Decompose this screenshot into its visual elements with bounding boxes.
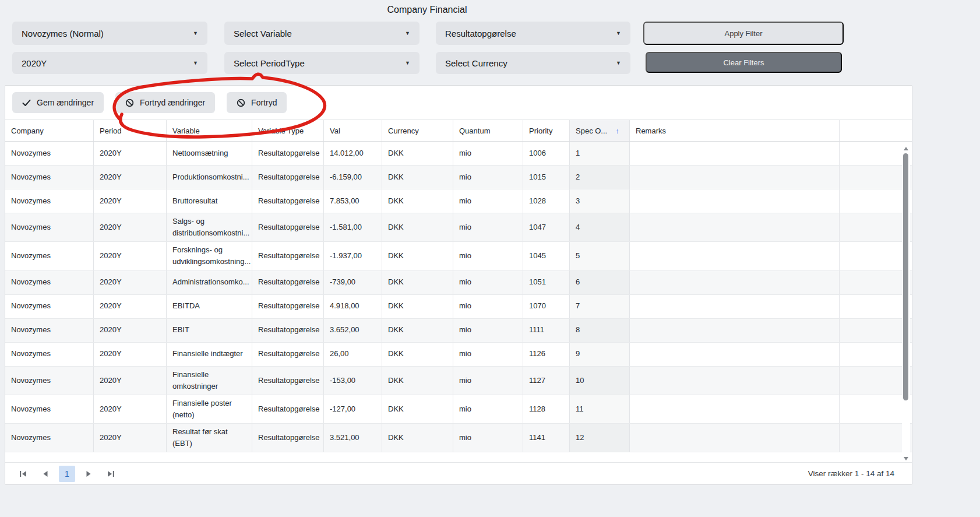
cell-variable-type[interactable]: Resultatopgørelse bbox=[252, 271, 324, 294]
cell-remarks[interactable] bbox=[630, 242, 840, 270]
cell-remarks[interactable] bbox=[630, 367, 840, 395]
cell-val[interactable]: 14.012,00 bbox=[324, 142, 382, 165]
cell-spec[interactable]: 1 bbox=[570, 142, 630, 165]
cell-priority[interactable]: 1128 bbox=[523, 395, 570, 423]
first-page-button[interactable] bbox=[15, 466, 32, 481]
cell-currency[interactable]: DKK bbox=[382, 271, 453, 294]
cell-currency[interactable]: DKK bbox=[382, 395, 453, 423]
cell-variable[interactable]: Administrationsomko... bbox=[167, 271, 252, 294]
cell-remarks[interactable] bbox=[630, 319, 840, 342]
clear-filters-button[interactable]: Clear Filters bbox=[646, 52, 842, 73]
save-changes-button[interactable]: Gem ændringer bbox=[12, 92, 104, 113]
cell-spec[interactable]: 9 bbox=[570, 343, 630, 366]
cell-variable-type[interactable]: Resultatopgørelse bbox=[252, 343, 324, 366]
cell-priority[interactable]: 1045 bbox=[523, 242, 570, 270]
cell-spec[interactable]: 10 bbox=[570, 367, 630, 395]
scroll-down-icon[interactable] bbox=[903, 454, 910, 461]
cell-quantum[interactable]: mio bbox=[453, 295, 523, 318]
cell-remarks[interactable] bbox=[630, 271, 840, 294]
cell-period[interactable]: 2020Y bbox=[94, 271, 167, 294]
cell-variable-type[interactable]: Resultatopgørelse bbox=[252, 367, 324, 395]
undo-button[interactable]: Fortryd bbox=[227, 92, 287, 113]
table-row[interactable]: Novozymes2020YResultat før skat (EBT)Res… bbox=[5, 424, 912, 452]
cell-val[interactable]: 26,00 bbox=[324, 343, 382, 366]
column-header-variable[interactable]: Variable bbox=[167, 120, 252, 141]
undo-changes-button[interactable]: Fortryd ændringer bbox=[115, 92, 215, 113]
apply-filter-button[interactable]: Apply Filter bbox=[643, 22, 844, 45]
cell-currency[interactable]: DKK bbox=[382, 142, 453, 165]
page-number-button[interactable]: 1 bbox=[59, 466, 75, 482]
previous-page-button[interactable] bbox=[37, 466, 54, 481]
cell-val[interactable]: -1.937,00 bbox=[324, 242, 382, 270]
period-dropdown[interactable]: 2020Y ▼ bbox=[12, 52, 207, 74]
cell-currency[interactable]: DKK bbox=[382, 424, 453, 452]
cell-variable[interactable]: Finansielle indtægter bbox=[167, 343, 252, 366]
cell-priority[interactable]: 1111 bbox=[523, 319, 570, 342]
table-row[interactable]: Novozymes2020YBruttoresultatResultatopgø… bbox=[5, 189, 912, 213]
cell-period[interactable]: 2020Y bbox=[94, 424, 167, 452]
cell-variable[interactable]: Forsknings- og udviklingsomkostning... bbox=[167, 242, 252, 270]
column-header-company[interactable]: Company bbox=[5, 120, 94, 141]
column-header-remarks[interactable]: Remarks bbox=[630, 120, 840, 141]
company-dropdown[interactable]: Novozymes (Normal) ▼ bbox=[12, 22, 207, 45]
sort-ascending-icon[interactable]: ↑ bbox=[615, 126, 619, 135]
cell-period[interactable]: 2020Y bbox=[94, 395, 167, 423]
table-row[interactable]: Novozymes2020YEBITDAResultatopgørelse4.9… bbox=[5, 295, 912, 319]
cell-period[interactable]: 2020Y bbox=[94, 295, 167, 318]
cell-quantum[interactable]: mio bbox=[453, 242, 523, 270]
column-header-val[interactable]: Val bbox=[324, 120, 382, 141]
cell-period[interactable]: 2020Y bbox=[94, 166, 167, 189]
cell-val[interactable]: -739,00 bbox=[324, 271, 382, 294]
cell-variable-type[interactable]: Resultatopgørelse bbox=[252, 395, 324, 423]
cell-variable[interactable]: Produktionsomkostni... bbox=[167, 166, 252, 189]
cell-company[interactable]: Novozymes bbox=[5, 295, 94, 318]
cell-val[interactable]: -153,00 bbox=[324, 367, 382, 395]
cell-company[interactable]: Novozymes bbox=[5, 242, 94, 270]
cell-variable[interactable]: Finansielle omkostninger bbox=[167, 367, 252, 395]
cell-period[interactable]: 2020Y bbox=[94, 142, 167, 165]
column-header-variable-type[interactable]: Variable Type bbox=[252, 120, 324, 141]
cell-company[interactable]: Novozymes bbox=[5, 213, 94, 241]
cell-quantum[interactable]: mio bbox=[453, 343, 523, 366]
cell-spec[interactable]: 2 bbox=[570, 166, 630, 189]
cell-priority[interactable]: 1070 bbox=[523, 295, 570, 318]
cell-company[interactable]: Novozymes bbox=[5, 166, 94, 189]
cell-remarks[interactable] bbox=[630, 166, 840, 189]
cell-period[interactable]: 2020Y bbox=[94, 189, 167, 213]
cell-priority[interactable]: 1141 bbox=[523, 424, 570, 452]
cell-remarks[interactable] bbox=[630, 395, 840, 423]
cell-priority[interactable]: 1127 bbox=[523, 367, 570, 395]
cell-currency[interactable]: DKK bbox=[382, 166, 453, 189]
column-header-currency[interactable]: Currency bbox=[382, 120, 453, 141]
last-page-button[interactable] bbox=[102, 466, 119, 481]
cell-val[interactable]: -6.159,00 bbox=[324, 166, 382, 189]
cell-variable[interactable]: Finansielle poster (netto) bbox=[167, 395, 252, 423]
cell-company[interactable]: Novozymes bbox=[5, 395, 94, 423]
table-row[interactable]: Novozymes2020YAdministrationsomko...Resu… bbox=[5, 271, 912, 295]
table-row[interactable]: Novozymes2020YEBITResultatopgørelse3.652… bbox=[5, 319, 912, 343]
cell-period[interactable]: 2020Y bbox=[94, 213, 167, 241]
cell-spec[interactable]: 7 bbox=[570, 295, 630, 318]
cell-val[interactable]: -1.581,00 bbox=[324, 213, 382, 241]
cell-priority[interactable]: 1015 bbox=[523, 166, 570, 189]
table-row[interactable]: Novozymes2020YFinansielle indtægterResul… bbox=[5, 343, 912, 367]
scroll-up-icon[interactable] bbox=[903, 144, 910, 151]
table-row[interactable]: Novozymes2020YFinansielle poster (netto)… bbox=[5, 395, 912, 424]
cell-company[interactable]: Novozymes bbox=[5, 424, 94, 452]
cell-currency[interactable]: DKK bbox=[382, 367, 453, 395]
cell-priority[interactable]: 1028 bbox=[523, 189, 570, 213]
cell-variable[interactable]: EBITDA bbox=[167, 295, 252, 318]
column-header-priority[interactable]: Priority bbox=[523, 120, 570, 141]
cell-company[interactable]: Novozymes bbox=[5, 343, 94, 366]
cell-spec[interactable]: 12 bbox=[570, 424, 630, 452]
cell-spec[interactable]: 5 bbox=[570, 242, 630, 270]
cell-variable-type[interactable]: Resultatopgørelse bbox=[252, 213, 324, 241]
cell-remarks[interactable] bbox=[630, 142, 840, 165]
cell-currency[interactable]: DKK bbox=[382, 242, 453, 270]
cell-currency[interactable]: DKK bbox=[382, 343, 453, 366]
column-header-spec[interactable]: Spec O... ↑ bbox=[570, 120, 630, 141]
cell-company[interactable]: Novozymes bbox=[5, 271, 94, 294]
cell-period[interactable]: 2020Y bbox=[94, 343, 167, 366]
cell-variable-type[interactable]: Resultatopgørelse bbox=[252, 242, 324, 270]
cell-val[interactable]: 4.918,00 bbox=[324, 295, 382, 318]
